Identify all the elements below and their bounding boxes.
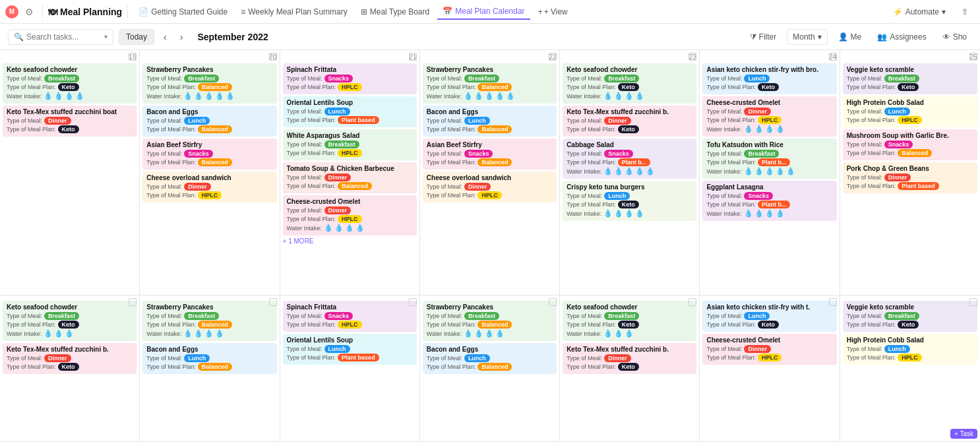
meal-card[interactable]: Keto Tex-Mex stuffed zucchini boatType o… [3,106,137,137]
more-link[interactable]: + 1 MORE [283,237,417,245]
meal-card[interactable]: Veggie keto scrambleType of Meal:Breakfa… [843,63,977,94]
cell-checkbox[interactable] [409,298,417,306]
prev-month-button[interactable]: ‹ [160,30,171,44]
plan-type-badge[interactable]: Balanced [198,83,232,91]
meal-card[interactable]: Strawberry PancakesType of Meal:Breakfas… [142,301,276,341]
meal-card[interactable]: Keto seafood chowderType of Meal:Breakfa… [3,301,137,341]
plan-type-badge[interactable]: HPLC [338,83,362,91]
meal-type-badge[interactable]: Lunch [324,108,350,115]
month-selector[interactable]: Month ▾ [787,29,827,45]
meal-type-badge[interactable]: Lunch [464,117,490,125]
meal-card[interactable]: Bacon and EggsType of Meal:LunchType of … [423,106,557,137]
assignees-button[interactable]: 👥 Assignees [872,30,931,44]
plan-type-badge[interactable]: Keto [898,321,919,329]
meal-type-badge[interactable]: Breakfast [604,312,639,320]
meal-card[interactable]: Cheese-crusted OmeletType of Meal:Dinner… [283,195,417,236]
share-button[interactable]: ⇧ [955,5,975,19]
plan-type-badge[interactable]: Plant based [898,182,939,190]
cell-checkbox[interactable] [969,53,977,61]
meal-card[interactable]: Keto seafood chowderType of Meal:Breakfa… [3,63,137,104]
cell-checkbox[interactable] [549,53,557,61]
tab-weekly-summary[interactable]: ≡ Weekly Meal Plan Summary [235,5,353,19]
meal-type-badge[interactable]: Breakfast [464,75,499,82]
meal-card[interactable]: Asian keto chicken stir-fry with bro.Typ… [702,63,836,94]
plan-type-badge[interactable]: HPLC [338,321,362,329]
meal-type-badge[interactable]: Breakfast [44,312,79,320]
meal-type-badge[interactable]: Lunch [744,75,770,82]
plan-type-badge[interactable]: Keto [618,201,639,208]
meal-type-badge[interactable]: Dinner [884,174,911,181]
search-input[interactable] [26,32,102,42]
meal-type-badge[interactable]: Dinner [44,354,71,362]
meal-type-badge[interactable]: Lunch [184,354,210,362]
plan-type-badge[interactable]: Balanced [198,363,232,371]
meal-card[interactable]: Asian Beef StirfryType of Meal:SnacksTyp… [142,139,276,170]
cell-checkbox[interactable] [829,53,837,61]
meal-type-badge[interactable]: Dinner [464,183,491,191]
plan-type-badge[interactable]: HPLC [198,191,222,199]
meal-card[interactable]: Spinach FrittataType of Meal:SnacksType … [283,63,417,94]
plan-type-badge[interactable]: Balanced [198,158,232,166]
cell-checkbox[interactable] [409,53,417,61]
meal-card[interactable]: Keto seafood chowderType of Meal:Breakfa… [563,63,696,104]
plan-type-badge[interactable]: Balanced [477,83,512,91]
meal-type-badge[interactable]: Breakfast [184,312,219,320]
automate-button[interactable]: ⚡ Automate ▾ [886,5,952,19]
meal-card[interactable]: Pork Chop & Green BeansType of Meal:Dinn… [843,162,977,193]
meal-card[interactable]: Keto seafood chowderType of Meal:Breakfa… [563,301,696,341]
plan-type-badge[interactable]: Keto [898,83,919,91]
tab-meal-plan-calendar[interactable]: 📅 Meal Plan Calendar [437,4,530,20]
meal-type-badge[interactable]: Snacks [184,150,213,158]
meal-card[interactable]: Keto Tex-Mex stuffed zucchini b.Type of … [563,106,696,137]
filter-button[interactable]: ⧩ Filter [745,30,782,44]
show-button[interactable]: 👁 Sho [937,30,972,44]
meal-card[interactable]: Cheese-crusted OmeletType of Meal:Dinner… [702,334,836,365]
meal-card[interactable]: Cheese overload sandwichType of Meal:Din… [142,172,276,203]
plan-type-badge[interactable]: Keto [58,83,79,91]
plan-type-badge[interactable]: HPLC [338,149,362,157]
meal-card[interactable]: Cabbage SaladType of Meal:SnacksType of … [563,139,696,179]
meal-card[interactable]: Strawberry PancakesType of Meal:Breakfas… [142,63,276,104]
plan-type-badge[interactable]: Plant based [338,116,379,124]
meal-card[interactable]: Keto Tex-Mex stuffed zucchini b.Type of … [3,343,137,374]
meal-card[interactable]: High Protein Cobb SaladType of Meal:Lunc… [843,96,977,127]
meal-card[interactable]: Asian Beef StirfryType of Meal:SnacksTyp… [423,139,557,170]
plan-type-badge[interactable]: Balanced [477,321,512,329]
plan-type-badge[interactable]: Plant b... [618,158,651,166]
meal-card[interactable]: Tomato Soup & Chicken BarbecueType of Me… [283,162,417,193]
meal-card[interactable]: Eggplant LasagnaType of Meal:SnacksType … [702,181,836,221]
meal-card[interactable]: Cheese-crusted OmeletType of Meal:Dinner… [702,96,836,137]
meal-card[interactable]: Bacon and EggsType of Meal:LunchType of … [142,343,276,374]
cell-checkbox[interactable] [129,298,137,306]
plan-type-badge[interactable]: Balanced [198,321,232,329]
meal-card[interactable]: Veggie keto scrambleType of Meal:Breakfa… [843,301,977,332]
meal-card[interactable]: Keto Tex-Mex stuffed zucchini b.Type of … [563,343,696,374]
meal-type-badge[interactable]: Snacks [604,150,633,158]
plan-type-badge[interactable]: Keto [58,321,79,329]
plan-type-badge[interactable]: Plant based [338,354,379,362]
meal-card[interactable]: Cheese overload sandwichType of Meal:Din… [423,172,557,203]
cell-checkbox[interactable] [269,53,277,61]
meal-type-badge[interactable]: Breakfast [884,312,919,320]
meal-card[interactable]: Bacon and EggsType of Meal:LunchType of … [423,343,557,374]
plan-type-badge[interactable]: HPLC [477,191,502,199]
plan-type-badge[interactable]: Balanced [898,149,932,157]
plan-type-badge[interactable]: Balanced [477,158,512,166]
plan-type-badge[interactable]: Balanced [338,182,372,190]
plan-type-badge[interactable]: Plant b... [758,201,791,208]
meal-card[interactable]: Asian keto chicken stir-fry with t.Type … [702,301,836,332]
plan-type-badge[interactable]: Balanced [477,125,512,133]
cell-checkbox[interactable] [549,298,557,306]
search-dropdown-arrow[interactable]: ▾ [104,33,107,40]
add-view-button[interactable]: + + View [533,5,573,19]
cell-checkbox[interactable] [969,298,977,306]
meal-card[interactable]: Mushroom Soup with Garlic Bre.Type of Me… [843,129,977,160]
cell-checkbox[interactable] [269,298,277,306]
meal-type-badge[interactable]: Dinner [604,117,631,125]
plan-type-badge[interactable]: HPLC [758,116,782,124]
today-button[interactable]: Today [119,29,154,45]
meal-card[interactable]: Strawberry PancakesType of Meal:Breakfas… [423,301,557,341]
plan-type-badge[interactable]: HPLC [898,116,922,124]
plan-type-badge[interactable]: Balanced [477,363,512,371]
plan-type-badge[interactable]: Keto [618,321,639,329]
